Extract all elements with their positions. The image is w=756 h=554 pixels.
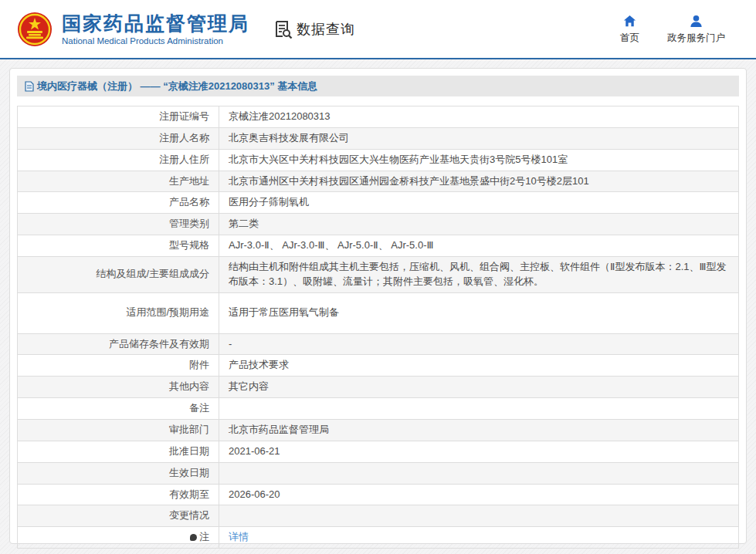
table-row: 生效日期 [18, 462, 739, 484]
row-value: 2021-06-21 [219, 441, 739, 462]
row-label-text: 注册证编号 [159, 110, 209, 122]
row-label: 注 [18, 527, 219, 549]
data-query-label: 数据查询 [297, 20, 355, 39]
table-row: 生产地址北京市通州区中关村科技园区通州园金桥科技产业基地景盛中街2号10号楼2层… [18, 171, 739, 192]
top-nav: 首页 政务服务门户 [620, 14, 725, 45]
row-label-text: 注册人名称 [159, 132, 209, 144]
row-label-text: 适用范围/预期用途 [126, 306, 209, 318]
row-label-text: 管理类别 [169, 218, 209, 229]
content-card: 境内医疗器械（注册） —— “京械注准20212080313” 基本信息 注册证… [9, 68, 747, 544]
row-label: 结构及组成/主要组成成分 [18, 256, 219, 292]
row-label: 其他内容 [18, 377, 219, 398]
row-value: 详情 [219, 527, 739, 549]
row-label-text: 生产地址 [169, 175, 209, 187]
row-value: 其它内容 [219, 377, 739, 398]
row-label-text: 注 [199, 531, 209, 542]
row-label: 生效日期 [18, 462, 219, 484]
row-label: 产品名称 [18, 192, 219, 214]
note-icon [190, 534, 197, 541]
row-label-text: 其他内容 [169, 380, 209, 392]
row-label: 注册人住所 [18, 149, 219, 171]
row-label: 批准日期 [18, 441, 219, 462]
row-label-text: 产品名称 [169, 196, 209, 208]
table-row: 批准日期2021-06-21 [18, 441, 739, 462]
table-row: 变更情况 [18, 505, 739, 527]
table-row: 管理类别第二类 [18, 214, 739, 235]
info-table-body: 注册证编号京械注准20212080313注册人名称北京奥吉科技发展有限公司注册人… [18, 106, 739, 549]
table-row: 有效期至2026-06-20 [18, 484, 739, 505]
row-value [219, 505, 739, 527]
row-label: 审批部门 [18, 419, 219, 441]
user-icon [689, 14, 703, 29]
row-label: 附件 [18, 355, 219, 377]
nav-item-label: 首页 [620, 32, 639, 45]
row-label: 注册人名称 [18, 127, 219, 149]
row-label: 产品储存条件及有效期 [18, 333, 219, 355]
national-emblem-logo [17, 11, 53, 48]
row-value: 北京市通州区中关村科技园区通州园金桥科技产业基地景盛中街2号10号楼2层101 [219, 171, 739, 192]
data-query-icon [274, 20, 293, 39]
row-label-text: 批准日期 [169, 445, 209, 457]
row-label: 注册证编号 [18, 106, 219, 128]
row-value: AJr-3.0-Ⅱ、 AJr-3.0-Ⅲ、 AJr-5.0-Ⅱ、 AJr-5.0… [219, 235, 739, 257]
row-label-text: 产品储存条件及有效期 [109, 338, 209, 350]
row-value: 2026-06-20 [219, 484, 739, 505]
table-row: 审批部门北京市药品监督管理局 [18, 419, 739, 441]
registration-info-table: 注册证编号京械注准20212080313注册人名称北京奥吉科技发展有限公司注册人… [17, 106, 739, 549]
table-row: 其他内容其它内容 [18, 377, 739, 398]
table-row: 结构及组成/主要组成成分结构由主机和附件组成其主机主要包括，压缩机、风机、组合阀… [18, 256, 739, 292]
row-value: 医用分子筛制氧机 [219, 192, 739, 214]
row-label-text: 结构及组成/主要组成成分 [96, 268, 209, 279]
row-value: 产品技术要求 [219, 355, 739, 377]
nav-item-home[interactable]: 首页 [620, 14, 639, 45]
nav-item-label: 政务服务门户 [667, 32, 725, 45]
row-value [219, 398, 739, 420]
table-row: 产品储存条件及有效期- [18, 333, 739, 355]
row-value: 北京市药品监督管理局 [219, 419, 739, 441]
row-label-text: 审批部门 [169, 424, 209, 435]
row-label: 备注 [18, 398, 219, 420]
row-label-text: 变更情况 [169, 509, 209, 521]
detail-link[interactable]: 详情 [229, 531, 249, 542]
brand-block: 国家药品监督管理局 National Medical Products Admi… [62, 12, 249, 46]
table-row: 注册证编号京械注准20212080313 [18, 106, 739, 128]
home-icon [622, 14, 637, 29]
nav-item-portal[interactable]: 政务服务门户 [667, 14, 725, 45]
row-value: 第二类 [219, 214, 739, 235]
row-label: 生产地址 [18, 171, 219, 192]
row-label-text: 注册人住所 [159, 154, 209, 165]
table-row: 型号规格AJr-3.0-Ⅱ、 AJr-3.0-Ⅲ、 AJr-5.0-Ⅱ、 AJr… [18, 235, 739, 257]
table-row: 注详情 [18, 527, 739, 549]
table-row: 备注 [18, 398, 739, 420]
agency-name-en: National Medical Products Administration [62, 36, 249, 46]
table-row: 注册人住所北京市大兴区中关村科技园区大兴生物医药产业基地天贵街3号院5号楼101… [18, 149, 739, 171]
document-icon [25, 81, 34, 92]
page-title-bar: 境内医疗器械（注册） —— “京械注准20212080313” 基本信息 [17, 76, 739, 96]
row-label-text: 附件 [189, 359, 209, 370]
row-label: 变更情况 [18, 505, 219, 527]
row-value: 北京奥吉科技发展有限公司 [219, 127, 739, 149]
row-label: 管理类别 [18, 214, 219, 235]
data-query-nav[interactable]: 数据查询 [274, 20, 355, 39]
row-label-text: 型号规格 [169, 239, 209, 251]
table-row: 注册人名称北京奥吉科技发展有限公司 [18, 127, 739, 149]
row-value: 北京市大兴区中关村科技园区大兴生物医药产业基地天贵街3号院5号楼101室 [219, 149, 739, 171]
row-value: 适用于常压医用氧气制备 [219, 292, 739, 333]
row-label-text: 备注 [189, 402, 209, 414]
row-label-text: 生效日期 [169, 467, 209, 478]
row-value: - [219, 333, 739, 355]
row-value [219, 462, 739, 484]
row-label: 有效期至 [18, 484, 219, 505]
table-row: 适用范围/预期用途适用于常压医用氧气制备 [18, 292, 739, 333]
row-label: 适用范围/预期用途 [18, 292, 219, 333]
row-label-text: 有效期至 [169, 488, 209, 500]
table-row: 附件产品技术要求 [18, 355, 739, 377]
page-title: 境内医疗器械（注册） —— “京械注准20212080313” 基本信息 [37, 79, 317, 93]
site-header: 国家药品监督管理局 National Medical Products Admi… [0, 0, 756, 59]
table-row: 产品名称医用分子筛制氧机 [18, 192, 739, 214]
row-value: 京械注准20212080313 [219, 106, 739, 128]
row-value: 结构由主机和附件组成其主机主要包括，压缩机、风机、组合阀、主控板、软件组件（Ⅱ型… [219, 256, 739, 292]
row-label: 型号规格 [18, 235, 219, 257]
agency-name-cn: 国家药品监督管理局 [62, 12, 249, 35]
